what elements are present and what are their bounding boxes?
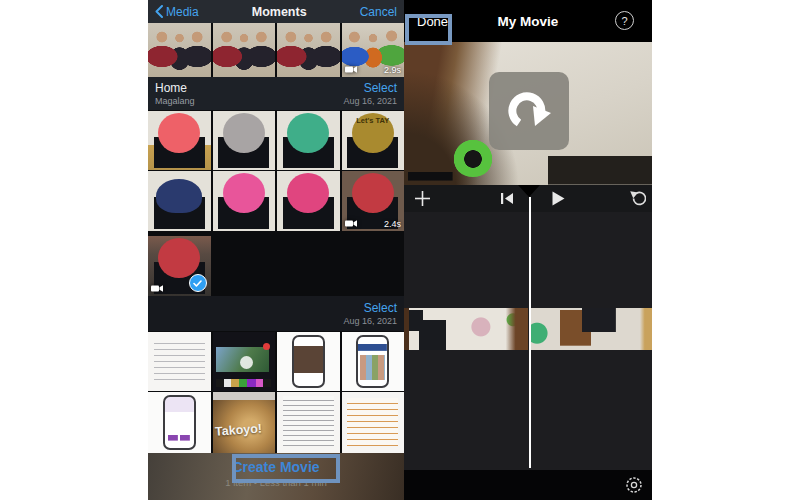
clip-duration-badge: 2.9s xyxy=(384,65,401,75)
moment-info: Home Magalang xyxy=(155,81,195,106)
photo-thumb[interactable] xyxy=(277,23,340,77)
page-title: Moments xyxy=(252,5,307,19)
video-camera-icon xyxy=(345,65,357,74)
selection-summary: 1 item • Less than 1 min xyxy=(225,477,327,488)
video-thumb[interactable]: 2.4s xyxy=(342,171,405,231)
playhead-notch xyxy=(518,185,540,197)
moment-date: Aug 16, 2021 xyxy=(343,96,397,106)
screenshot-stage: Media Moments Cancel 2.9s Home Magalang xyxy=(0,0,800,500)
photo-thumb[interactable] xyxy=(342,332,405,391)
moment-meta: Select Aug 16, 2021 xyxy=(343,81,397,106)
photo-row-3: 2.4s xyxy=(148,171,404,231)
moment-section-header-2: Select Aug 16, 2021 xyxy=(148,296,404,331)
timeline-clip-right[interactable] xyxy=(531,308,652,350)
video-camera-icon xyxy=(345,219,357,228)
video-camera-icon xyxy=(151,284,163,293)
balloon-sign-text: Let's TAY xyxy=(342,117,405,125)
heart-icon xyxy=(263,343,270,350)
app-toolbar-strip xyxy=(216,379,271,387)
photo-thumb[interactable] xyxy=(213,23,276,77)
photo-thumb[interactable] xyxy=(148,111,211,170)
selected-video-thumb[interactable] xyxy=(148,236,211,296)
cancel-button[interactable]: Cancel xyxy=(360,5,397,19)
timeline-clip-left[interactable] xyxy=(404,308,528,350)
photo-thumb[interactable] xyxy=(277,171,340,231)
back-label: Media xyxy=(166,5,199,19)
help-button[interactable]: ? xyxy=(615,11,634,30)
photo-thumb[interactable] xyxy=(148,332,211,391)
photo-thumb[interactable] xyxy=(148,23,211,77)
photo-thumb[interactable] xyxy=(277,332,340,391)
video-thumb[interactable]: 2.9s xyxy=(342,23,405,77)
photo-thumb[interactable] xyxy=(213,332,276,391)
playhead-line[interactable] xyxy=(529,197,531,468)
rotate-overlay xyxy=(489,72,569,150)
photo-row-6: Takoyo! xyxy=(148,392,404,453)
photo-thumb[interactable] xyxy=(213,111,276,170)
timeline-toolbar xyxy=(404,185,652,212)
preview-content xyxy=(452,137,494,177)
settings-gear-icon xyxy=(624,475,644,495)
photo-thumb[interactable] xyxy=(213,171,276,231)
clip-duration-badge: 2.4s xyxy=(384,219,401,229)
play-icon xyxy=(551,191,565,206)
photo-thumb[interactable] xyxy=(148,392,211,453)
picker-footer: Create Movie 1 item • Less than 1 min xyxy=(148,453,404,500)
select-button[interactable]: Select xyxy=(364,301,397,315)
video-preview xyxy=(404,42,652,185)
skip-to-start-button[interactable] xyxy=(499,191,515,205)
media-picker-panel: Media Moments Cancel 2.9s Home Magalang xyxy=(148,0,404,500)
done-button[interactable]: Done xyxy=(411,13,454,30)
select-button[interactable]: Select xyxy=(364,81,397,95)
phone-mockup xyxy=(292,335,325,389)
checkmark-badge-icon xyxy=(189,274,207,292)
moment-date: Aug 16, 2021 xyxy=(148,316,397,326)
add-media-button[interactable] xyxy=(412,187,432,209)
editor-header: Done My Movie ? xyxy=(404,0,652,42)
project-settings-button[interactable] xyxy=(624,475,644,495)
phone-mockup xyxy=(356,335,389,389)
chevron-left-icon xyxy=(155,5,163,18)
photo-row-5 xyxy=(148,332,404,391)
moment-section-header: Home Magalang Select Aug 16, 2021 xyxy=(148,77,404,110)
help-icon: ? xyxy=(621,15,627,27)
play-overlay-icon xyxy=(240,356,253,369)
moment-subtitle: Magalang xyxy=(155,96,195,106)
imovie-editor-panel: Done My Movie ? xyxy=(404,0,652,500)
photo-row-2: Let's TAY xyxy=(148,111,404,170)
picker-header: Media Moments Cancel xyxy=(148,0,404,23)
food-sticker-text: Takoyo! xyxy=(214,421,262,438)
photo-thumb[interactable] xyxy=(277,111,340,170)
photo-row-1: 2.9s xyxy=(148,23,404,77)
skip-to-start-icon xyxy=(500,192,514,205)
project-title: My Movie xyxy=(498,14,559,29)
photo-thumb[interactable] xyxy=(342,392,405,453)
photo-thumb[interactable]: Let's TAY xyxy=(342,111,405,170)
moment-title: Home xyxy=(155,81,195,95)
create-movie-button[interactable]: Create Movie xyxy=(228,459,323,475)
rotate-clockwise-icon xyxy=(505,87,553,135)
play-button[interactable] xyxy=(550,190,566,206)
undo-button[interactable] xyxy=(627,188,647,208)
photo-row-4 xyxy=(148,236,404,296)
timeline xyxy=(404,212,652,470)
photo-thumb[interactable]: Takoyo! xyxy=(213,392,276,453)
add-media-icon xyxy=(414,190,431,207)
phone-mockup xyxy=(163,395,196,450)
photo-thumb[interactable] xyxy=(277,392,340,453)
photo-thumb[interactable] xyxy=(148,171,211,231)
back-media-button[interactable]: Media xyxy=(155,5,199,19)
editor-footer xyxy=(404,470,652,500)
undo-icon xyxy=(629,190,646,206)
